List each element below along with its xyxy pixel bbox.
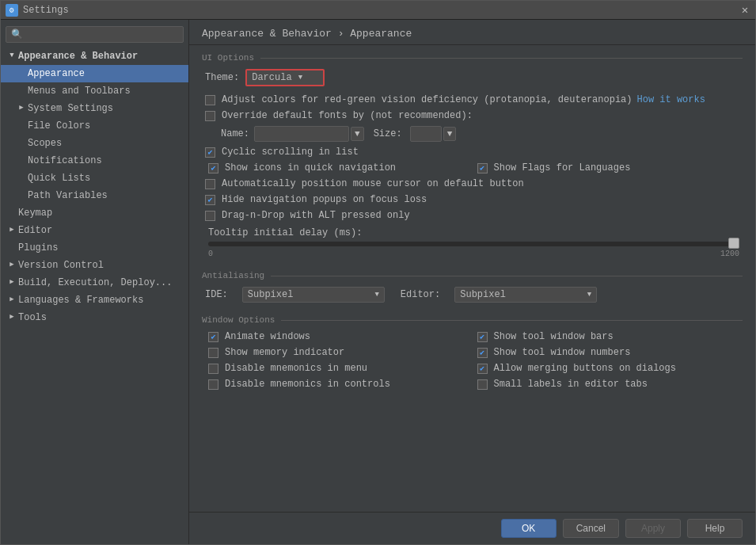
tooltip-label: Tooltip initial delay (ms): <box>208 227 362 238</box>
drag-drop-label: Drag-n-Drop with ALT pressed only <box>222 210 410 221</box>
sidebar-item-label: Menus and Toolbars <box>28 84 131 98</box>
dropdown-arrow-icon: ▼ <box>298 74 302 82</box>
name-dropdown-arrow[interactable]: ▼ <box>351 127 364 141</box>
sidebar-item-languages-frameworks[interactable]: Languages & Frameworks <box>1 292 188 309</box>
sidebar-item-system-settings[interactable]: System Settings <box>1 100 188 117</box>
allow-merging-label: Allow merging buttons on dialogs <box>494 363 676 374</box>
sidebar-item-appearance[interactable]: Appearance <box>1 65 188 82</box>
adjust-colors-checkbox[interactable] <box>205 95 215 105</box>
ok-button[interactable]: OK <box>501 519 557 538</box>
show-icons-label: Show icons in quick navigation <box>225 162 396 173</box>
window-options-title: Window Options <box>202 315 743 325</box>
panel-header: Appearance & Behavior › Appearance <box>189 20 755 45</box>
sidebar-item-path-variables[interactable]: Path Variables <box>1 187 188 204</box>
no-arrow <box>17 86 26 96</box>
sidebar-item-plugins[interactable]: Plugins <box>1 239 188 257</box>
sidebar-item-appearance-behavior[interactable]: Appearance & Behavior <box>1 48 188 65</box>
animate-toolbars-row: Animate windows Show tool window bars <box>202 331 743 342</box>
slider-max: 1200 <box>720 250 739 258</box>
ide-label: IDE: <box>205 289 228 300</box>
how-it-works-link[interactable]: How it works <box>636 94 705 105</box>
auto-position-checkbox[interactable] <box>205 179 215 189</box>
window-options-section: Window Options Animate windows Show tool… <box>202 315 743 390</box>
allow-merging-checkbox[interactable] <box>477 364 488 374</box>
mnemonics-small-row: Disable mnemonics in controls Small labe… <box>202 379 743 390</box>
ide-dropdown[interactable]: Subpixel ▼ <box>242 287 385 303</box>
cyclic-scrolling-checkbox[interactable] <box>205 147 215 158</box>
tooltip-label-row: Tooltip initial delay (ms): <box>205 227 743 238</box>
search-input[interactable] <box>26 29 178 40</box>
show-icons-col: Show icons in quick navigation <box>205 162 474 173</box>
show-flags-label: Show Flags for Languages <box>494 162 631 173</box>
sidebar-item-file-colors[interactable]: File Colors <box>1 117 188 135</box>
sidebar-item-label: Version Control <box>18 258 104 272</box>
size-dropdown-arrow[interactable]: ▼ <box>443 127 457 141</box>
animate-windows-checkbox[interactable] <box>208 332 218 342</box>
show-icons-flags-row: Show icons in quick navigation Show Flag… <box>202 162 743 173</box>
theme-label: Theme: <box>205 72 239 83</box>
help-button[interactable]: Help <box>687 519 743 538</box>
no-arrow <box>7 243 17 253</box>
sidebar-item-keymap[interactable]: Keymap <box>1 204 188 222</box>
editor-dropdown[interactable]: Subpixel ▼ <box>454 287 597 303</box>
sidebar-item-build-execution[interactable]: Build, Execution, Deploy... <box>1 274 188 292</box>
panel-body: UI Options Theme: Darcula ▼ Adjust color… <box>189 45 755 512</box>
footer: OK Cancel Apply Help <box>189 512 755 544</box>
editor-label: Editor: <box>401 289 440 300</box>
override-fonts-label: Override default fonts by (not recommend… <box>222 110 473 121</box>
name-label: Name: <box>221 128 249 139</box>
slider-thumb[interactable] <box>728 238 739 249</box>
drag-drop-checkbox[interactable] <box>205 211 215 221</box>
small-labels-checkbox[interactable] <box>477 379 488 390</box>
sidebar-item-menus-toolbars[interactable]: Menus and Toolbars <box>1 82 188 100</box>
expand-arrow-icon <box>7 278 17 288</box>
show-icons-checkbox[interactable] <box>208 163 218 173</box>
hide-nav-checkbox[interactable] <box>205 195 215 205</box>
override-fonts-checkbox[interactable] <box>205 111 215 121</box>
disable-mnemonics-controls-checkbox[interactable] <box>208 379 218 390</box>
theme-dropdown[interactable]: Darcula ▼ <box>245 69 325 86</box>
sidebar-item-tools[interactable]: Tools <box>1 309 188 326</box>
show-memory-checkbox[interactable] <box>208 348 218 358</box>
mnemonics-merging-row: Disable mnemonics in menu Allow merging … <box>202 363 743 374</box>
sidebar-item-notifications[interactable]: Notifications <box>1 152 188 170</box>
sidebar-item-label: Languages & Frameworks <box>18 293 143 307</box>
window-title: Settings <box>23 5 739 16</box>
no-arrow <box>17 121 26 131</box>
close-button[interactable]: ✕ <box>739 5 750 16</box>
tooltip-slider-section: Tooltip initial delay (ms): 0 1200 <box>202 227 743 258</box>
size-input[interactable] <box>410 126 442 142</box>
dropdown-arrow-icon: ▼ <box>587 291 591 299</box>
disable-controls-col: Disable mnemonics in controls <box>205 379 474 390</box>
sidebar-item-editor[interactable]: Editor <box>1 222 188 239</box>
disable-mnemonics-menu-checkbox[interactable] <box>208 364 218 374</box>
sidebar-item-scopes[interactable]: Scopes <box>1 135 188 152</box>
sidebar-item-quick-lists[interactable]: Quick Lists <box>1 170 188 187</box>
disable-mnemonics-controls-label: Disable mnemonics in controls <box>225 379 390 390</box>
name-input[interactable] <box>254 126 349 142</box>
sidebar-item-label: Notifications <box>28 154 102 168</box>
animate-col: Animate windows <box>205 331 474 342</box>
expand-arrow-icon <box>7 313 17 322</box>
cancel-button[interactable]: Cancel <box>563 519 619 538</box>
sidebar-item-label: Editor <box>18 223 52 238</box>
ui-options-section: UI Options Theme: Darcula ▼ Adjust color… <box>202 53 743 258</box>
no-arrow <box>17 69 26 78</box>
sidebar-item-label: Plugins <box>18 241 58 255</box>
sidebar: 🔍 Appearance & Behavior Appearance Menus… <box>1 20 189 544</box>
tooltip-slider[interactable]: 0 1200 <box>208 242 739 258</box>
sidebar-item-version-control[interactable]: Version Control <box>1 257 188 274</box>
disable-mnemonics-menu-label: Disable mnemonics in menu <box>225 363 367 374</box>
sidebar-item-label: Build, Execution, Deploy... <box>18 276 172 290</box>
show-tool-bars-checkbox[interactable] <box>477 332 488 342</box>
apply-button[interactable]: Apply <box>625 519 681 538</box>
expand-arrow-icon <box>7 295 17 305</box>
antialiasing-section: Antialiasing IDE: Subpixel ▼ Editor: Sub… <box>202 271 743 303</box>
no-arrow <box>17 173 26 183</box>
show-flags-checkbox[interactable] <box>477 163 488 173</box>
show-tool-bars-label: Show tool window bars <box>494 331 614 342</box>
search-box[interactable]: 🔍 <box>6 26 184 43</box>
show-tool-numbers-checkbox[interactable] <box>477 348 488 358</box>
no-arrow <box>7 208 17 218</box>
expand-arrow-icon <box>7 261 17 270</box>
